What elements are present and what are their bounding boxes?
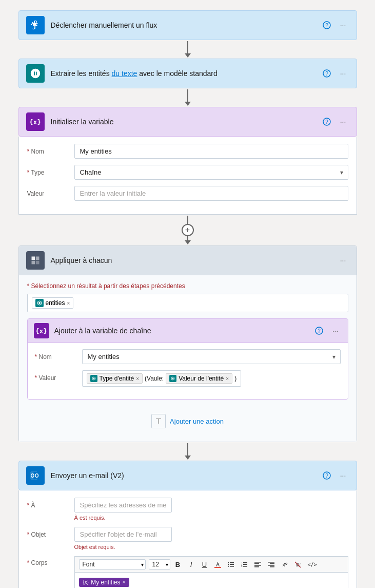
inner-step-help-button[interactable]: ? [313, 325, 325, 337]
init-var-help-button[interactable]: ? [321, 116, 333, 128]
connector-line-1 [187, 41, 188, 53]
inner-step-more-button[interactable]: ··· [329, 325, 342, 337]
color-button[interactable] [212, 559, 224, 570]
trigger-help-button[interactable]: ? [321, 19, 333, 31]
svg-text:?: ? [325, 473, 328, 479]
email-more-button[interactable]: ··· [337, 469, 349, 482]
to-required-star: * [27, 502, 30, 509]
to-error: À est requis. [74, 515, 106, 521]
outlook-icon: O O [26, 466, 45, 485]
type-entite-tag: Type d'entité × [87, 373, 143, 384]
svg-rect-42 [254, 563, 259, 564]
inner-valeur-tags[interactable]: Type d'entité × (Vaule: [82, 370, 242, 387]
extract-step: Extraire les entités du texte avec le mo… [18, 59, 357, 88]
objet-input[interactable] [74, 527, 172, 542]
nom-input[interactable] [74, 144, 348, 159]
valeur-entite-label: Valeur de l'entité [179, 375, 224, 382]
svg-rect-12 [35, 261, 39, 264]
to-input[interactable] [74, 498, 172, 513]
svg-point-18 [93, 378, 94, 380]
trigger-header[interactable]: ☛ Déclencher manuellement un flux ? ··· [18, 10, 357, 40]
apply-each-header[interactable]: Appliquer à chacun ··· [19, 246, 357, 275]
svg-text:?: ? [325, 71, 328, 77]
objet-label: * Objet [27, 527, 68, 538]
connector-line-2 [187, 89, 188, 102]
extract-more-button[interactable]: ··· [337, 67, 349, 80]
braces-icon: {x} [29, 118, 41, 126]
inner-nom-required: * [35, 353, 37, 361]
apply-each-step: Appliquer à chacun ··· * Sélectionnez un… [18, 245, 357, 442]
type-select[interactable]: Chaîne Entier Flottant Booléen Objet Tab… [74, 165, 348, 180]
apply-each-actions: ··· [337, 254, 349, 267]
extract-header[interactable]: Extraire les entités du texte avec le mo… [18, 59, 357, 88]
apply-each-body: * Sélectionnez un résultat à partir des … [19, 275, 357, 442]
connector-1 [185, 41, 191, 58]
type-label: * Type [27, 165, 68, 176]
selection-tag-container[interactable]: entities × [27, 294, 348, 312]
init-var-header[interactable]: {x} Initialiser la variable ? ··· [18, 107, 357, 137]
arrow-icon-2 [185, 102, 191, 106]
font-select-wrapper: Font Arial Calibri Times New Roman ▾ [79, 559, 146, 570]
italic-button[interactable]: I [186, 559, 197, 570]
entities-tag-close[interactable]: × [67, 300, 70, 306]
numbered-list-button[interactable]: 1.2.3. [239, 559, 250, 570]
connector-plus: + [182, 216, 194, 244]
link-button[interactable] [279, 559, 290, 570]
email-header[interactable]: O O Envoyer un e-mail (V2) ? ··· [18, 461, 357, 490]
valeur-entite-close[interactable]: × [226, 376, 229, 382]
trigger-title: Déclencher manuellement un flux [51, 21, 321, 29]
extract-help-button[interactable]: ? [321, 67, 333, 80]
html-button[interactable]: </> [306, 559, 319, 570]
inner-step-title: Ajouter à la variable de chaîne [54, 327, 313, 335]
email-step: O O Envoyer un e-mail (V2) ? ··· [18, 461, 357, 588]
add-action-button[interactable]: ⊤ Ajouter une action [27, 408, 348, 434]
type-entite-close[interactable]: × [136, 376, 139, 382]
arrow-icon-3 [185, 456, 191, 460]
init-var-more-button[interactable]: ··· [337, 116, 349, 128]
inner-step-header[interactable]: {x} Ajouter à la variable de chaîne ? ··… [28, 319, 348, 343]
selection-label: * Sélectionnez un résultat à partir des … [27, 282, 348, 290]
svg-point-34 [228, 565, 229, 566]
entities-tag-icon [35, 299, 44, 307]
align-right-button[interactable] [266, 559, 277, 570]
arrow-icon-1 [185, 53, 191, 58]
svg-rect-30 [230, 564, 234, 565]
bold-button[interactable]: B [172, 559, 184, 570]
entities-tag-label: entities [46, 299, 65, 307]
init-var-body: * Nom * Type Chaîne Entier Flottant Bool… [18, 137, 357, 215]
valeur-label: Valeur [27, 186, 68, 197]
svg-text:O: O [34, 473, 38, 479]
svg-text:?: ? [318, 328, 321, 334]
add-action-label: Ajouter une action [170, 418, 224, 425]
vaule-text: (Vaule: [145, 375, 164, 382]
editor-content[interactable]: {x} My entities × [74, 572, 348, 588]
inner-nom-select[interactable]: My entities [82, 349, 341, 364]
editor-toolbar: Font Arial Calibri Times New Roman ▾ 891… [74, 556, 348, 572]
to-field-row: * À À est requis. [27, 498, 348, 521]
my-entities-tag: {x} My entities × [79, 578, 130, 587]
my-entities-tag-label: My entities [91, 579, 120, 586]
svg-rect-28 [214, 567, 221, 568]
email-help-button[interactable]: ? [321, 469, 333, 482]
arrow-icon-plus [185, 240, 191, 244]
bullet-list-button[interactable] [226, 559, 237, 570]
valeur-input[interactable] [74, 186, 348, 201]
svg-point-14 [38, 302, 41, 304]
trigger-more-button[interactable]: ··· [337, 19, 349, 31]
inner-nom-field-row: * Nom My entities ▾ [35, 349, 341, 364]
ellipsis-icon-2: ··· [340, 69, 346, 78]
font-select[interactable]: Font Arial Calibri Times New Roman [79, 559, 146, 570]
align-left-button[interactable] [252, 559, 264, 570]
underline-button[interactable]: U [199, 559, 210, 570]
plus-line-top [187, 216, 188, 224]
size-select[interactable]: 891011 121416182436 [149, 559, 170, 570]
my-entities-tag-close[interactable]: × [123, 579, 126, 585]
apply-each-more-button[interactable]: ··· [337, 254, 349, 267]
add-step-button[interactable]: + [182, 224, 194, 236]
unlink-button[interactable] [292, 559, 304, 570]
init-var-icon: {x} [26, 112, 45, 131]
svg-point-33 [228, 564, 229, 565]
init-var-step: {x} Initialiser la variable ? ··· * N [18, 107, 357, 215]
loop-icon [26, 251, 45, 270]
svg-rect-45 [268, 562, 274, 563]
